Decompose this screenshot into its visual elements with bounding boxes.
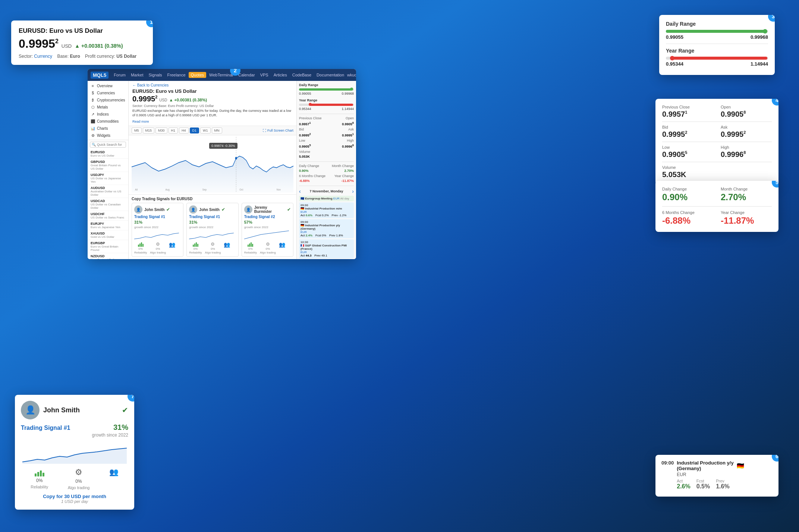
period-m15[interactable]: M15	[143, 128, 155, 133]
fullscreen-btn[interactable]: ⛶ Full Screen Chart	[263, 128, 293, 133]
period-h1[interactable]: H1	[169, 128, 178, 133]
cal-next[interactable]: ›	[352, 188, 354, 194]
change-grid: Daily Change 0.90% Month Change 2.70% 6 …	[662, 187, 772, 226]
signal-user-row: 👤 Jeremy Burmister ✔	[244, 205, 291, 214]
sidebar-item-widgets[interactable]: ⚙ Widgets	[88, 132, 128, 139]
signal-avatar: 👤	[189, 205, 197, 214]
nav-logo[interactable]: MQL5	[91, 72, 108, 79]
signal-growth: 31%	[134, 220, 142, 224]
nav-user[interactable]: wkudel	[347, 73, 356, 77]
mini-chart-svg	[189, 230, 236, 240]
bar	[193, 245, 194, 247]
list-item[interactable]: GBPUSDGreat Britain Pound vs US Dollar	[88, 159, 128, 172]
chart-svg-container: 0.99874 -0.30% Al	[129, 135, 296, 194]
sidebar-item-crypto[interactable]: ₿ Cryptocurrencies	[88, 97, 128, 104]
bar	[141, 242, 142, 247]
event-content: Industrial Production y/y (Germany) 🇩🇪 E…	[677, 460, 773, 490]
nav-quotes[interactable]: Quotes	[189, 72, 206, 78]
read-more-link[interactable]: Read more	[132, 120, 149, 123]
daily-range-values: 0.99055 0.99968	[666, 34, 768, 40]
year-range-section: Year Range 0.95344 1.14944	[299, 98, 354, 111]
high-value: 0.99968	[721, 150, 772, 159]
signals-section: Copy Trading Signals for EURUSD 👤 John S…	[129, 194, 296, 259]
people-stat: 👥	[224, 242, 230, 254]
period-d1[interactable]: D1	[190, 128, 199, 133]
reliability-bars	[138, 242, 144, 247]
nav-articles[interactable]: Articles	[271, 72, 289, 78]
signal-row: Trading Signal #1 31%	[21, 423, 128, 432]
sidebar-item-commodities[interactable]: ⬛ Commodities	[88, 118, 128, 125]
back-link[interactable]: ← Back to Currencies	[132, 83, 293, 87]
reliability-stat: 0% Reliability	[134, 242, 147, 254]
people-stat: 👥	[169, 242, 175, 254]
period-h4[interactable]: H4	[179, 128, 189, 133]
event-flag: 🇫🇷	[301, 244, 304, 247]
bar	[194, 243, 195, 247]
signal-link[interactable]: Trading Signal #1	[134, 215, 181, 219]
low-stat: Low 0.99055	[662, 145, 713, 159]
copy-price[interactable]: Copy for 30 USD per month	[21, 494, 128, 499]
list-item[interactable]: AUDUSDAustralian Dollar vs US Dollar	[88, 185, 128, 198]
nav-market[interactable]: Market	[129, 72, 146, 78]
sidebar-item-currencies[interactable]: $ Currencies	[88, 89, 128, 97]
year-range-container: 0.95344 1.14944	[666, 57, 768, 67]
reliability-stat: 0% Reliability	[244, 242, 257, 254]
list-item[interactable]: EURUSDEuro vs US Dollar	[88, 149, 128, 159]
bar	[35, 473, 37, 476]
signals-title: Copy Trading Signals for EURUSD	[132, 197, 293, 201]
change-stats-card: 5 Daily Change 0.90% Month Change 2.70% …	[655, 181, 778, 232]
period-m5[interactable]: M5	[132, 128, 142, 133]
year-range-fill	[310, 104, 353, 106]
list-item[interactable]: EURGBPEuro vs Great Britain Pound	[88, 240, 128, 253]
year-change-section: Year Change -11.87%	[721, 210, 772, 226]
people-icon: 👥	[279, 242, 285, 248]
list-item[interactable]: USDCHFUS Dollar vs Swiss Franc	[88, 211, 128, 221]
people-count-stat: 👥	[109, 468, 119, 490]
list-item[interactable]: USDJPYUS Dollar vs Japanese Yen	[88, 172, 128, 185]
stat-divider	[662, 122, 772, 122]
price-stats-card: 4 Previous Close 0.99571 Open 0.99058 Bi…	[655, 99, 778, 185]
period-mn[interactable]: MN	[212, 128, 222, 133]
stats-grid: Previous Close 0.99571 Open 0.99058 Bid …	[662, 105, 772, 179]
cal-prev[interactable]: ‹	[299, 188, 301, 194]
price-row: 0.99952 USD ▲ +0.00381 (0.38%)	[19, 37, 145, 51]
chart-area: ← Back to Currencies EURUSD: Euro vs US …	[129, 81, 296, 259]
prev-close-stat: Previous Close 0.99571	[662, 105, 713, 119]
signal-link[interactable]: Trading Signal #1	[189, 215, 236, 219]
nav-docs[interactable]: Documentation	[314, 72, 346, 78]
search-bar[interactable]: 🔍	[90, 142, 126, 148]
list-item[interactable]: NZDUSDNew Zealand Dollar vs US Dollar	[88, 253, 128, 259]
people-icon: 👥	[224, 242, 230, 248]
nav-codebase[interactable]: CodeBase	[290, 72, 314, 78]
sidebar-item-charts[interactable]: 📊 Charts	[88, 125, 128, 132]
year-range-values: 0.95344 1.14944	[666, 61, 768, 67]
period-m30[interactable]: M30	[155, 128, 167, 133]
main-content: ≡ Overview $ Currencies ₿ Cryptocurrenci…	[88, 81, 356, 259]
bar	[197, 244, 198, 247]
chart-description: EURUSD exchange rate has changed by 0.90…	[132, 109, 293, 117]
sidebar-item-metals[interactable]: ⬡ Metals	[88, 104, 128, 111]
event-card: 6 09:00 Industrial Production y/y (Germa…	[655, 455, 778, 497]
sector-link[interactable]: Currency	[34, 54, 52, 59]
growth-value: 31%	[113, 423, 128, 432]
sidebar-item-overview[interactable]: ≡ Overview	[88, 82, 128, 89]
commodities-icon: ⬛	[91, 119, 95, 123]
nav-freelance[interactable]: Freelance	[165, 72, 188, 78]
nav-forum[interactable]: Forum	[111, 72, 128, 78]
act-value: 2.6%	[677, 483, 690, 490]
signal-name[interactable]: Trading Signal #1	[21, 425, 70, 431]
period-w1[interactable]: W1	[200, 128, 211, 133]
nav-vps[interactable]: VPS	[258, 72, 271, 78]
sidebar-item-indices[interactable]: ↗ Indices	[88, 111, 128, 118]
quote-card: 1 EURUSD: Euro vs US Dollar 0.99952 USD …	[11, 21, 153, 65]
signal-name: John Smith	[144, 208, 164, 212]
event-time: 09:00	[661, 460, 674, 466]
list-item[interactable]: XAUUSDGold vs US Dollar	[88, 230, 128, 240]
search-input[interactable]	[97, 143, 123, 147]
list-item[interactable]: EURJPYEuro vs Japanese Yen	[88, 221, 128, 230]
daily-range-title: Daily Range	[299, 83, 354, 87]
signal-link[interactable]: Trading Signal #2	[244, 215, 291, 219]
list-item[interactable]: USDCADUS Dollar vs Canadian Dollar	[88, 198, 128, 211]
nav-signals[interactable]: Signals	[147, 72, 164, 78]
user-name: John Smith	[43, 406, 80, 414]
